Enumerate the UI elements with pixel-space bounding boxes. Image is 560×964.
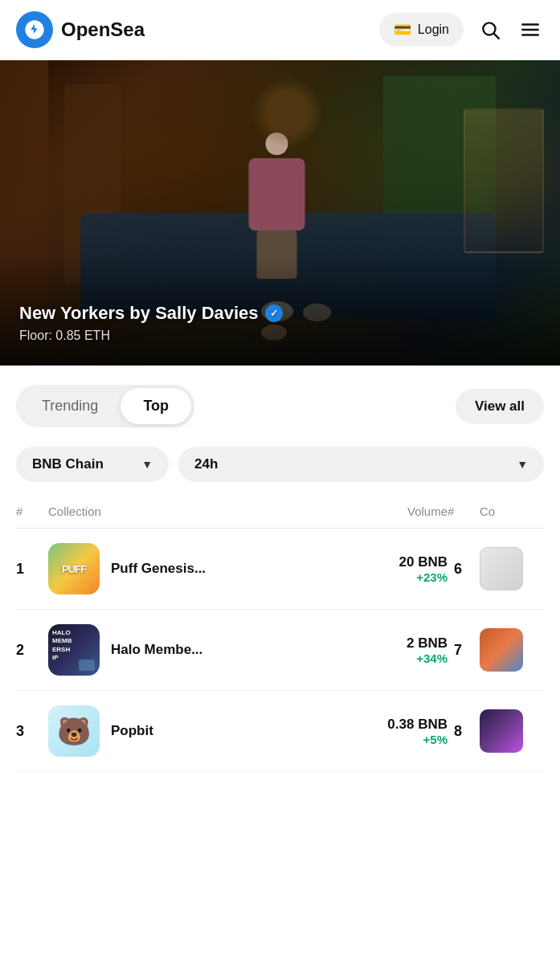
collection-puff: PUFF Puff Genesis... (48, 543, 351, 594)
collection-name-halo: Halo Membe... (111, 642, 202, 658)
popbit-thumbnail: 🐻 (48, 705, 100, 757)
time-filter-chevron: ▼ (517, 458, 528, 471)
rank-3: 3 (16, 723, 48, 740)
app-header: OpenSea 💳 Login (0, 0, 560, 60)
svg-line-1 (494, 34, 499, 39)
chain-filter-dropdown[interactable]: BNB Chain ▼ (16, 447, 169, 482)
verified-badge: ✓ (265, 304, 283, 322)
volume-change-puff: +23% (351, 570, 448, 584)
header-col2: Co (480, 504, 544, 518)
volume-main-puff: 20 BNB (351, 554, 448, 570)
hero-floor: Floor: 0.85 ETH (19, 329, 283, 343)
rank2-7: 7 (448, 642, 480, 659)
col2-image-7 (480, 628, 523, 672)
hero-info: New Yorkers by Sally Davies ✓ Floor: 0.8… (19, 303, 283, 343)
header-left: OpenSea (16, 11, 145, 48)
volume-change-halo: +34% (351, 652, 448, 665)
opensea-logo[interactable] (16, 11, 53, 48)
bear-icon: 🐻 (57, 715, 91, 747)
puff-thumbnail: PUFF (48, 543, 100, 594)
time-filter-label: 24h (194, 456, 218, 472)
hero-title: New Yorkers by Sally Davies ✓ (19, 303, 283, 324)
menu-button[interactable] (517, 16, 544, 43)
login-label: Login (418, 22, 449, 37)
rank-2: 2 (16, 642, 48, 659)
volume-main-halo: 2 BNB (351, 635, 448, 652)
rank2-6: 6 (448, 561, 480, 578)
volume-popbit: 0.38 BNB +5% (351, 717, 448, 746)
col2-thumb-7 (480, 628, 544, 672)
header-rank: # (16, 504, 48, 518)
table-header: # Collection Volume # Co (16, 498, 544, 529)
login-button[interactable]: 💳 Login (379, 13, 464, 47)
table-row[interactable]: 1 PUFF Puff Genesis... 20 BNB +23% 6 (16, 529, 544, 610)
time-filter-dropdown[interactable]: 24h ▼ (178, 447, 544, 482)
volume-main-popbit: 0.38 BNB (351, 717, 448, 733)
header-right: 💳 Login (379, 13, 544, 47)
header-rank2: # (448, 504, 480, 518)
tab-trending[interactable]: Trending (19, 388, 121, 424)
collection-name-puff: Puff Genesis... (111, 561, 206, 577)
volume-halo: 2 BNB +34% (351, 635, 448, 665)
wallet-icon: 💳 (394, 21, 411, 39)
col2-image-6 (480, 547, 523, 590)
table-row[interactable]: 2 HALOMEMBERSHIP Halo Membe... 2 BNB +34… (16, 610, 544, 691)
header-collection: Collection (48, 504, 351, 518)
view-all-button[interactable]: View all (456, 389, 544, 424)
table-section: # Collection Volume # Co 1 PUFF Puff Gen… (0, 498, 560, 772)
volume-puff: 20 BNB +23% (351, 554, 448, 584)
halo-thumbnail: HALOMEMBERSHIP (48, 624, 100, 676)
tab-top[interactable]: Top (121, 388, 191, 424)
search-button[interactable] (476, 16, 504, 43)
hero-banner[interactable]: New Yorkers by Sally Davies ✓ Floor: 0.8… (0, 60, 560, 366)
volume-change-popbit: +5% (351, 733, 448, 746)
table-row[interactable]: 3 🐻 Popbit 0.38 BNB +5% 8 (16, 691, 544, 772)
search-icon (480, 19, 501, 40)
col2-image-8 (480, 709, 523, 753)
col2-thumb-6 (480, 547, 544, 590)
collection-popbit: 🐻 Popbit (48, 705, 351, 757)
rank2-8: 8 (448, 723, 480, 740)
hamburger-icon (520, 19, 541, 40)
chain-filter-chevron: ▼ (141, 458, 153, 471)
tabs-section: Trending Top View all (0, 366, 560, 440)
hero-title-text: New Yorkers by Sally Davies (19, 303, 259, 324)
collection-name-popbit: Popbit (111, 723, 153, 739)
chain-filter-label: BNB Chain (32, 456, 104, 472)
brand-name: OpenSea (61, 18, 145, 41)
header-volume: Volume (351, 504, 448, 518)
filters-section: BNB Chain ▼ 24h ▼ (0, 440, 560, 498)
collection-halo: HALOMEMBERSHIP Halo Membe... (48, 624, 351, 676)
col2-thumb-8 (480, 709, 544, 753)
tabs-group: Trending Top (16, 385, 194, 427)
rank-1: 1 (16, 561, 48, 578)
